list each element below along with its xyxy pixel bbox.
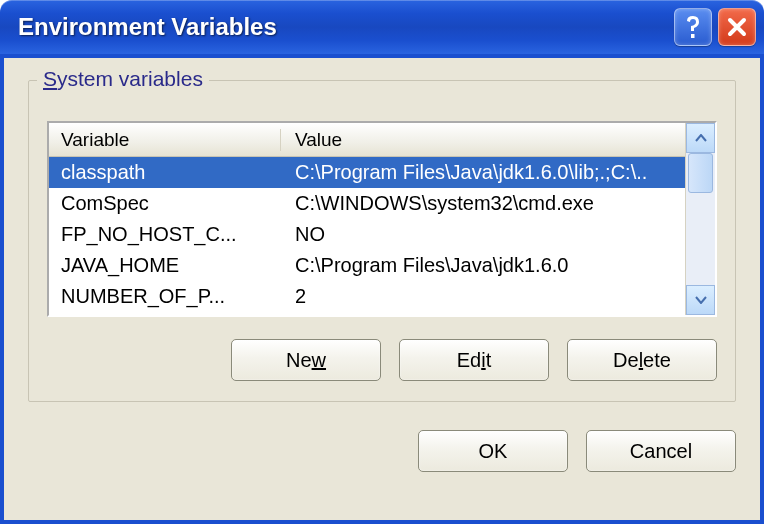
edit-button[interactable]: Edit — [399, 339, 549, 381]
system-variables-group: System variables Variable Value classpat… — [28, 80, 736, 402]
list-body: Variable Value classpath C:\Program File… — [49, 123, 685, 315]
table-row[interactable]: FP_NO_HOST_C... NO — [49, 219, 685, 250]
ok-button[interactable]: OK — [418, 430, 568, 472]
cell-value: 2 — [281, 285, 681, 308]
scroll-down-button[interactable] — [686, 285, 715, 315]
help-button[interactable] — [674, 8, 712, 46]
table-row[interactable]: NUMBER_OF_P... 2 — [49, 281, 685, 312]
scroll-up-button[interactable] — [686, 123, 715, 153]
table-row[interactable]: classpath C:\Program Files\Java\jdk1.6.0… — [49, 157, 685, 188]
column-header-variable[interactable]: Variable — [49, 129, 281, 151]
column-header-value[interactable]: Value — [281, 129, 685, 151]
scroll-track[interactable] — [686, 153, 715, 285]
group-label: System variables — [37, 67, 209, 91]
new-button[interactable]: New — [231, 339, 381, 381]
svg-rect-0 — [691, 34, 695, 38]
list-header: Variable Value — [49, 123, 685, 157]
cell-value: NO — [281, 223, 681, 246]
scroll-thumb[interactable] — [688, 153, 713, 193]
cell-value: C:\Program Files\Java\jdk1.6.0\lib;.;C:\… — [281, 161, 681, 184]
close-icon — [727, 17, 747, 37]
dialog-button-row: OK Cancel — [28, 430, 736, 472]
list-rows: classpath C:\Program Files\Java\jdk1.6.0… — [49, 157, 685, 315]
table-row[interactable]: ComSpec C:\WINDOWS\system32\cmd.exe — [49, 188, 685, 219]
chevron-up-icon — [695, 134, 707, 142]
group-label-underline: S — [43, 67, 57, 90]
cell-variable: ComSpec — [49, 192, 281, 215]
cell-value: C:\Program Files\Java\jdk1.6.0 — [281, 254, 681, 277]
cell-variable: NUMBER_OF_P... — [49, 285, 281, 308]
delete-button[interactable]: Delete — [567, 339, 717, 381]
variables-list[interactable]: Variable Value classpath C:\Program File… — [47, 121, 717, 317]
window-title: Environment Variables — [18, 13, 668, 41]
title-bar: Environment Variables — [0, 0, 764, 54]
cell-value: C:\WINDOWS\system32\cmd.exe — [281, 192, 681, 215]
table-row[interactable]: JAVA_HOME C:\Program Files\Java\jdk1.6.0 — [49, 250, 685, 281]
cell-variable: FP_NO_HOST_C... — [49, 223, 281, 246]
group-label-rest: ystem variables — [57, 67, 203, 90]
close-button[interactable] — [718, 8, 756, 46]
cancel-button[interactable]: Cancel — [586, 430, 736, 472]
help-icon — [683, 14, 703, 40]
cell-variable: JAVA_HOME — [49, 254, 281, 277]
client-area: System variables Variable Value classpat… — [0, 54, 764, 524]
cell-variable: classpath — [49, 161, 281, 184]
chevron-down-icon — [695, 296, 707, 304]
vertical-scrollbar[interactable] — [685, 123, 715, 315]
group-button-row: New Edit Delete — [47, 339, 717, 381]
